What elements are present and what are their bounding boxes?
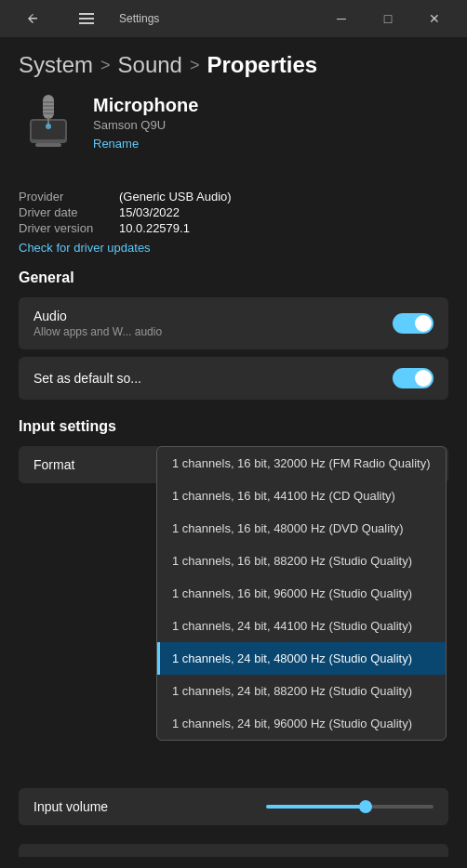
device-model: Samson Q9U — [93, 118, 198, 132]
audio-desc: Allow apps and W... audio — [33, 325, 162, 338]
default-toggle-container — [393, 368, 434, 388]
dropdown-item-1[interactable]: 1 channels, 16 bit, 44100 Hz (CD Quality… — [157, 480, 446, 512]
svg-rect-2 — [79, 22, 94, 24]
svg-rect-4 — [35, 143, 61, 147]
device-name: Microphone — [93, 95, 198, 116]
breadcrumb-sound[interactable]: Sound — [118, 52, 182, 78]
slider-container — [108, 805, 434, 809]
breadcrumb: System > Sound > Properties — [0, 37, 467, 89]
default-setting-row: Set as default so... — [19, 357, 448, 400]
device-icon — [19, 89, 78, 156]
test-section: Test your microphone Select Start test a… — [19, 844, 448, 857]
dropdown-item-5[interactable]: 1 channels, 24 bit, 44100 Hz (Studio Qua… — [157, 610, 446, 642]
titlebar-controls: ─ □ ✕ — [320, 4, 456, 33]
dropdown-item-4[interactable]: 1 channels, 16 bit, 96000 Hz (Studio Qua… — [157, 577, 446, 610]
date-row: Driver date 15/03/2022 — [19, 205, 448, 219]
svg-rect-12 — [47, 117, 49, 125]
rename-link[interactable]: Rename — [93, 137, 139, 151]
format-dropdown[interactable]: 1 channels, 16 bit, 32000 Hz (FM Radio Q… — [156, 446, 447, 741]
microphone-icon — [22, 91, 74, 154]
audio-setting-info: Audio Allow apps and W... audio — [33, 309, 162, 338]
device-header: Microphone Samson Q9U Rename — [19, 89, 448, 171]
date-value: 15/03/2022 — [119, 205, 180, 219]
audio-toggle[interactable] — [393, 313, 434, 334]
driver-info: Provider (Generic USB Audio) Driver date… — [19, 190, 448, 255]
titlebar-title: Settings — [119, 12, 159, 25]
general-header: General — [19, 270, 448, 286]
format-container: Format 1 channels, 16 bit, 32000 Hz (FM … — [19, 446, 448, 788]
version-value: 10.0.22579.1 — [119, 221, 190, 235]
dropdown-item-3[interactable]: 1 channels, 16 bit, 88200 Hz (Studio Qua… — [157, 545, 446, 577]
maximize-button[interactable]: □ — [367, 4, 409, 33]
titlebar-left: Settings — [11, 4, 159, 33]
close-button[interactable]: ✕ — [413, 4, 456, 33]
provider-label: Provider — [19, 190, 112, 204]
provider-value: (Generic USB Audio) — [119, 190, 232, 204]
svg-point-13 — [46, 124, 51, 129]
volume-row: Input volume — [19, 788, 448, 825]
titlebar: Settings ─ □ ✕ — [0, 0, 467, 37]
breadcrumb-sep2: > — [190, 56, 200, 75]
input-settings-header: Input settings — [19, 418, 448, 435]
svg-rect-1 — [79, 18, 94, 20]
svg-rect-0 — [79, 13, 94, 15]
date-label: Driver date — [19, 205, 112, 219]
breadcrumb-sep1: > — [100, 56, 111, 75]
version-label: Driver version — [19, 221, 112, 235]
format-label: Format — [33, 457, 74, 472]
device-info: Microphone Samson Q9U Rename — [93, 95, 198, 151]
volume-slider[interactable] — [266, 805, 434, 809]
audio-setting-row: Audio Allow apps and W... audio — [19, 297, 448, 349]
svg-rect-7 — [43, 95, 54, 119]
audio-toggle-container — [393, 313, 434, 334]
audio-label: Audio — [33, 309, 162, 323]
dropdown-item-0[interactable]: 1 channels, 16 bit, 32000 Hz (FM Radio Q… — [157, 447, 446, 480]
main-content: Microphone Samson Q9U Rename Provider (G… — [0, 89, 467, 857]
dropdown-item-6[interactable]: 1 channels, 24 bit, 48000 Hz (Studio Qua… — [157, 642, 446, 675]
version-row: Driver version 10.0.22579.1 — [19, 221, 448, 235]
volume-label: Input volume — [33, 799, 108, 814]
minimize-button[interactable]: ─ — [320, 4, 363, 33]
dropdown-item-2[interactable]: 1 channels, 16 bit, 48000 Hz (DVD Qualit… — [157, 512, 446, 545]
default-label: Set as default so... — [33, 371, 141, 386]
breadcrumb-system[interactable]: System — [19, 52, 93, 78]
provider-row: Provider (Generic USB Audio) — [19, 190, 448, 204]
default-toggle[interactable] — [393, 368, 434, 388]
dropdown-item-7[interactable]: 1 channels, 24 bit, 88200 Hz (Studio Qua… — [157, 675, 446, 707]
driver-update-link[interactable]: Check for driver updates — [19, 241, 448, 255]
hamburger-button[interactable] — [65, 4, 108, 33]
breadcrumb-current: Properties — [207, 52, 317, 78]
dropdown-item-8[interactable]: 1 channels, 24 bit, 96000 Hz (Studio Qua… — [157, 707, 446, 740]
back-button[interactable] — [11, 4, 54, 33]
